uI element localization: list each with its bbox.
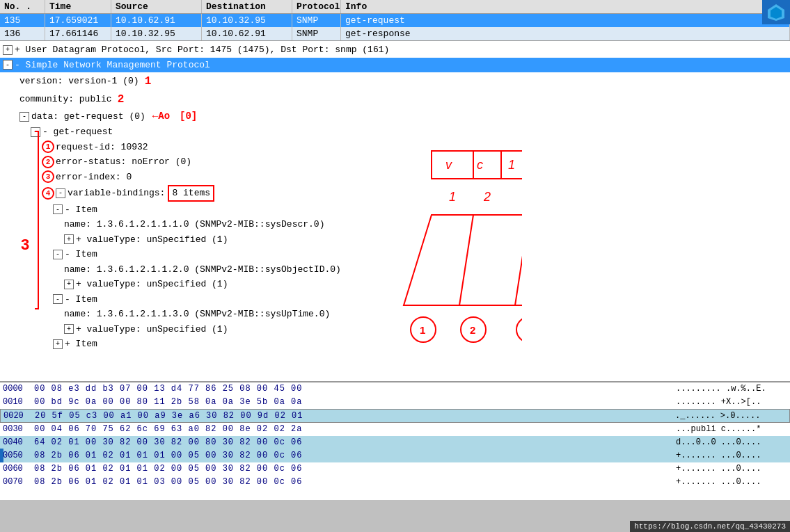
snmp-header-line: - - Simple Network Management Protocol [0, 58, 790, 73]
circle-3: 3 [42, 170, 54, 183]
hex-row-0070: 0070 08 2b 06 01 02 01 01 03 00 05 00 30… [0, 476, 790, 489]
community-line: community: public 2 [17, 90, 790, 108]
item1-vtype-expand[interactable]: + [64, 234, 74, 244]
item2-vtype-expand[interactable]: + [64, 280, 74, 289]
packet-row-135[interactable]: 135 17.659021 10.10.62.91 10.10.32.95 SN… [0, 14, 790, 27]
error-status-text: error-status: noError (0) [56, 155, 191, 169]
logo-corner [762, 0, 790, 24]
varbindings-line: 4 - variable-bindings: 8 items [39, 184, 790, 202]
col-header-info: Info [341, 0, 790, 13]
data-expand-icon[interactable]: - [19, 112, 29, 122]
hex-bytes-0070: 08 2b 06 01 02 01 01 03 00 05 00 30 82 0… [34, 476, 676, 488]
circle-2: 2 [42, 156, 54, 168]
hex-offset-0010: 0010 [3, 396, 34, 408]
hex-ascii-0070: +....... ...0.... [676, 476, 787, 488]
bottom-url-text: https://blog.csdn.net/qq_43430273 [634, 522, 786, 531]
hex-row-0020: 0020 20 5f 05 c3 00 a1 00 a9 3e a6 30 82… [0, 409, 790, 424]
item4-expand[interactable]: + [53, 339, 63, 349]
item1-vtype-line: + + valueType: unSpecified (1) [61, 232, 790, 248]
hex-ascii-0050: +....... ...0.... [676, 450, 787, 462]
udp-header-line: + + User Datagram Protocol, Src Port: 14… [0, 42, 790, 58]
request-id-text: request-id: 10932 [56, 140, 148, 154]
hex-ascii-0000: ......... .w.%..E. [676, 383, 787, 395]
hex-bytes-0060: 08 2b 06 01 02 01 01 02 00 05 00 30 82 0… [34, 463, 676, 475]
item3-name-text: name: 1.3.6.1.2.1.1.3.0 (SNMPv2-MIB::sys… [64, 307, 330, 321]
item1-name-line: name: 1.3.6.1.2.1.1.1.0 (SNMPv2-MIB::sys… [61, 217, 790, 232]
hex-row-0030: 0030 00 04 06 70 75 62 6c 69 63 a0 82 00… [0, 423, 790, 436]
hex-offset-0020: 0020 [3, 410, 35, 422]
get-request-line: - - get-request [28, 124, 790, 140]
bottom-url-bar: https://blog.csdn.net/qq_43430273 [630, 521, 790, 532]
item2-name-line: name: 1.3.6.1.2.1.1.2.0 (SNMPv2-MIB::sys… [61, 262, 790, 277]
item2-vtype-text: + valueType: unSpecified (1) [76, 277, 228, 291]
col-header-time: Time [45, 0, 111, 13]
hex-bytes-0050: 08 2b 06 01 02 01 01 01 00 05 00 30 82 0… [34, 450, 676, 462]
hex-row-0000: 0000 00 08 e3 dd b3 07 00 13 d4 77 86 25… [0, 382, 790, 396]
varbindings-expand-icon[interactable]: - [56, 188, 65, 198]
packet-no-136: 136 [0, 27, 45, 40]
request-id-line: 1 request-id: 10932 [39, 140, 790, 155]
item2-label: - - Item [50, 247, 790, 262]
packet-row-136[interactable]: 136 17.661146 10.10.32.95 10.10.62.91 SN… [0, 27, 790, 40]
item1-expand[interactable]: - [53, 204, 63, 214]
get-request-text: - get-request [42, 125, 113, 139]
hex-offset-0040: 0040 [3, 437, 34, 449]
packet-no-135: 135 [0, 14, 45, 27]
packet-proto-136: SNMP [292, 27, 341, 40]
hex-bytes-0030: 00 04 06 70 75 62 6c 69 63 a0 82 00 8e 0… [34, 424, 676, 435]
hex-bytes-0010: 00 bd 9c 0a 00 00 80 11 2b 58 0a 0a 3e 5… [34, 396, 676, 408]
hex-offset-0050: 0050 [3, 450, 34, 462]
item3-vtype-text: + valueType: unSpecified (1) [76, 323, 228, 337]
item1-label: - - Item [50, 202, 790, 218]
packet-dst-136: 10.10.62.91 [202, 27, 292, 40]
hex-row-0010: 0010 00 bd 9c 0a 00 00 80 11 2b 58 0a 0a… [0, 396, 790, 409]
packet-dst-135: 10.10.32.95 [202, 14, 292, 27]
data-line: - data: get-request (0) ←Ao [0] [17, 108, 790, 124]
hex-offset-0070: 0070 [3, 476, 34, 488]
community-text: community: public [19, 92, 112, 106]
col-header-destination: Destination [202, 0, 292, 13]
item3-expand[interactable]: - [53, 294, 63, 304]
items-box: 8 items [168, 185, 214, 202]
snmp-header-text: - Simple Network Management Protocol [15, 58, 210, 72]
udp-header-text: + User Datagram Protocol, Src Port: 1475… [15, 43, 389, 57]
col-header-no: No. . [0, 0, 45, 13]
item2-name-text: name: 1.3.6.1.2.1.1.2.0 (SNMPv2-MIB::sys… [64, 263, 341, 277]
packet-info-136: get-response [341, 27, 790, 40]
hex-ascii-0030: ...publi c......* [676, 424, 787, 435]
item1-vtype-text: + valueType: unSpecified (1) [76, 233, 228, 247]
item4-label-text: + Item [65, 337, 97, 351]
packet-time-135: 17.659021 [45, 14, 111, 27]
hex-offset-0060: 0060 [3, 463, 34, 475]
data-text: data: get-request (0) [31, 110, 145, 124]
hex-bytes-0040: 64 02 01 00 30 82 00 30 82 00 80 30 82 0… [34, 437, 676, 449]
item3-vtype-expand[interactable]: + [64, 324, 74, 334]
col-header-protocol: Protocol [292, 0, 341, 13]
error-index-line: 3 error-index: 0 [39, 170, 790, 185]
item3-label: - - Item [50, 292, 790, 307]
item2-expand[interactable]: - [53, 250, 63, 259]
version-line: version: version-1 (0) 1 [17, 72, 790, 90]
udp-expand-icon[interactable]: + [3, 45, 13, 55]
item4-label: + + Item [50, 337, 790, 352]
item1-name-text: name: 1.3.6.1.2.1.1.1.0 (SNMPv2-MIB::sys… [64, 218, 324, 232]
item3-label-text: - Item [65, 293, 97, 307]
hex-offset-0000: 0000 [3, 383, 34, 395]
hex-dump: 0000 00 08 e3 dd b3 07 00 13 d4 77 86 25… [0, 382, 790, 500]
packet-time-136: 17.661146 [45, 27, 111, 40]
item2-label-text: - Item [65, 248, 97, 261]
packet-proto-135: SNMP [292, 14, 341, 27]
varbindings-text: variable-bindings: [68, 186, 165, 200]
hex-row-0040: 0040 64 02 01 00 30 82 00 30 82 00 80 30… [0, 436, 790, 449]
circle-1: 1 [42, 140, 54, 153]
packet-src-136: 10.10.32.95 [111, 27, 202, 40]
get-request-expand-icon[interactable]: - [31, 127, 40, 137]
error-status-line: 2 error-status: noError (0) [39, 154, 790, 170]
hex-bytes-0000: 00 08 e3 dd b3 07 00 13 d4 77 86 25 08 0… [34, 383, 676, 395]
packet-info-135: get-request [341, 14, 790, 27]
col-header-source: Source [111, 0, 202, 13]
hex-ascii-0020: ._...... >.0..... [675, 410, 787, 422]
version-text: version: version-1 (0) [19, 74, 139, 88]
hex-row-0050: 0050 08 2b 06 01 02 01 01 01 00 05 00 30… [0, 449, 790, 462]
snmp-expand-icon[interactable]: - [3, 60, 13, 70]
